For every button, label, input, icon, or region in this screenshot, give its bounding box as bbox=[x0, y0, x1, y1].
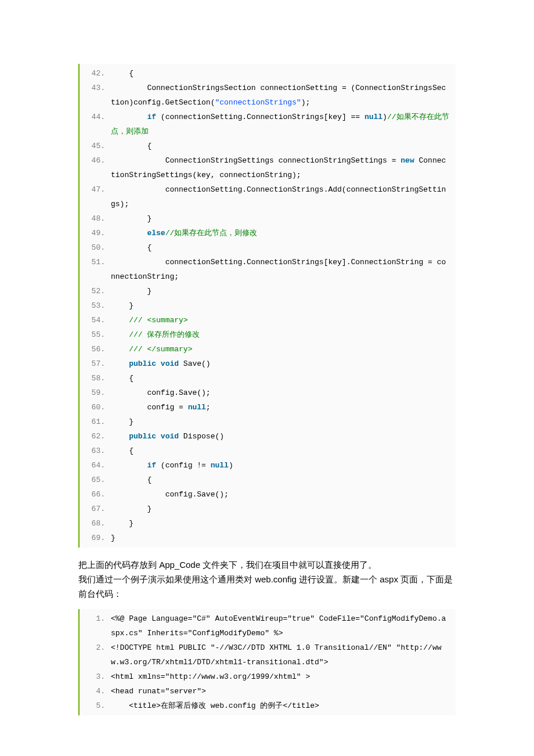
code-line: 64. if (config != null) bbox=[80, 458, 456, 473]
code-line: 43. ConnectionStringsSection connectionS… bbox=[80, 81, 456, 110]
line-number: 55. bbox=[80, 327, 111, 342]
code-content: { bbox=[111, 444, 456, 458]
code-line: 67. } bbox=[80, 502, 456, 516]
code-content: public void Save() bbox=[111, 357, 456, 371]
paragraph-line-2: 我们通过一个例子演示如果使用这个通用类对 web.config 进行设置。新建一… bbox=[78, 574, 453, 599]
code-content: config.Save(); bbox=[111, 487, 456, 502]
code-content: } bbox=[111, 415, 456, 429]
line-number: 46. bbox=[80, 153, 111, 168]
line-number: 52. bbox=[80, 284, 111, 298]
line-number: 67. bbox=[80, 502, 111, 516]
code-line: 57. public void Save() bbox=[80, 357, 456, 371]
code-line: 47. connectionSetting.ConnectionStrings.… bbox=[80, 182, 456, 211]
code-content: <html xmlns="http://www.w3.org/1999/xhtm… bbox=[111, 669, 456, 684]
code-content: connectionSetting.ConnectionStrings[key]… bbox=[111, 255, 456, 284]
code-line: 5. <title>在部署后修改 web.config 的例子</title> bbox=[80, 699, 456, 713]
code-line: 49. else//如果存在此节点，则修改 bbox=[80, 226, 456, 240]
code-line: 56. /// </summary> bbox=[80, 342, 456, 357]
code-line: 3.<html xmlns="http://www.w3.org/1999/xh… bbox=[80, 669, 456, 684]
code-line: 65. { bbox=[80, 473, 456, 487]
code-content: { bbox=[111, 139, 456, 153]
line-number: 53. bbox=[80, 298, 111, 313]
code-line: 62. public void Dispose() bbox=[80, 429, 456, 444]
code-line: 61. } bbox=[80, 415, 456, 429]
code-line: 58. { bbox=[80, 371, 456, 386]
line-number: 63. bbox=[80, 444, 111, 458]
code-line: 50. { bbox=[80, 240, 456, 255]
line-number: 60. bbox=[80, 400, 111, 415]
code-line: 53. } bbox=[80, 298, 456, 313]
code-content: <head runat="server"> bbox=[111, 684, 456, 699]
code-content: { bbox=[111, 371, 456, 386]
code-line: 45. { bbox=[80, 139, 456, 153]
code-line: 4.<head runat="server"> bbox=[80, 684, 456, 699]
line-number: 61. bbox=[80, 415, 111, 429]
code-list-2: 1.<%@ Page Language="C#" AutoEventWireup… bbox=[80, 611, 456, 713]
code-content: /// </summary> bbox=[111, 342, 456, 357]
code-content: <%@ Page Language="C#" AutoEventWireup="… bbox=[111, 611, 456, 640]
code-block-2: 1.<%@ Page Language="C#" AutoEventWireup… bbox=[78, 609, 456, 715]
code-content: { bbox=[111, 240, 456, 255]
line-number: 3. bbox=[80, 669, 111, 684]
line-number: 57. bbox=[80, 357, 111, 371]
code-line: 60. config = null; bbox=[80, 400, 456, 415]
line-number: 59. bbox=[80, 386, 111, 400]
code-line: 44. if (connectionSetting.ConnectionStri… bbox=[80, 110, 456, 139]
code-content: connectionSetting.ConnectionStrings.Add(… bbox=[111, 182, 456, 211]
code-content: ConnectionStringSettings connectionStrin… bbox=[111, 153, 456, 182]
code-content: /// 保存所作的修改 bbox=[111, 327, 456, 342]
code-block-1: 42. {43. ConnectionStringsSection connec… bbox=[78, 64, 456, 548]
code-content: if (connectionSetting.ConnectionStrings[… bbox=[111, 110, 456, 139]
code-line: 42. { bbox=[80, 66, 456, 81]
line-number: 2. bbox=[80, 640, 111, 655]
line-number: 48. bbox=[80, 211, 111, 226]
code-line: 69.} bbox=[80, 531, 456, 545]
code-line: 54. /// <summary> bbox=[80, 313, 456, 327]
paragraph-line-1: 把上面的代码存放到 App_Code 文件夹下，我们在项目中就可以直接使用了。 bbox=[78, 560, 377, 570]
document-page: 42. {43. ConnectionStringsSection connec… bbox=[0, 0, 534, 756]
line-number: 1. bbox=[80, 611, 111, 626]
line-number: 42. bbox=[80, 66, 111, 81]
line-number: 58. bbox=[80, 371, 111, 386]
code-line: 59. config.Save(); bbox=[80, 386, 456, 400]
code-line: 51. connectionSetting.ConnectionStrings[… bbox=[80, 255, 456, 284]
line-number: 5. bbox=[80, 699, 111, 713]
code-content: } bbox=[111, 516, 456, 531]
line-number: 62. bbox=[80, 429, 111, 444]
line-number: 50. bbox=[80, 240, 111, 255]
code-line: 55. /// 保存所作的修改 bbox=[80, 327, 456, 342]
code-line: 1.<%@ Page Language="C#" AutoEventWireup… bbox=[80, 611, 456, 640]
code-line: 68. } bbox=[80, 516, 456, 531]
code-content: } bbox=[111, 531, 456, 545]
code-line: 48. } bbox=[80, 211, 456, 226]
code-line: 2.<!DOCTYPE html PUBLIC "-//W3C//DTD XHT… bbox=[80, 640, 456, 669]
line-number: 47. bbox=[80, 182, 111, 197]
code-content: } bbox=[111, 211, 456, 226]
line-number: 49. bbox=[80, 226, 111, 240]
code-content: <!DOCTYPE html PUBLIC "-//W3C//DTD XHTML… bbox=[111, 640, 456, 669]
code-content: config.Save(); bbox=[111, 386, 456, 400]
line-number: 45. bbox=[80, 139, 111, 153]
code-content: <title>在部署后修改 web.config 的例子</title> bbox=[111, 699, 456, 713]
code-content: config = null; bbox=[111, 400, 456, 415]
line-number: 66. bbox=[80, 487, 111, 502]
line-number: 64. bbox=[80, 458, 111, 473]
code-content: /// <summary> bbox=[111, 313, 456, 327]
code-list-1: 42. {43. ConnectionStringsSection connec… bbox=[80, 66, 456, 545]
code-line: 63. { bbox=[80, 444, 456, 458]
line-number: 68. bbox=[80, 516, 111, 531]
code-content: { bbox=[111, 66, 456, 81]
code-content: public void Dispose() bbox=[111, 429, 456, 444]
line-number: 4. bbox=[80, 684, 111, 699]
line-number: 56. bbox=[80, 342, 111, 357]
code-content: { bbox=[111, 473, 456, 487]
code-content: else//如果存在此节点，则修改 bbox=[111, 226, 456, 240]
code-line: 66. config.Save(); bbox=[80, 487, 456, 502]
body-paragraph: 把上面的代码存放到 App_Code 文件夹下，我们在项目中就可以直接使用了。 … bbox=[78, 558, 456, 601]
code-line: 52. } bbox=[80, 284, 456, 298]
code-content: } bbox=[111, 298, 456, 313]
line-number: 54. bbox=[80, 313, 111, 327]
code-content: if (config != null) bbox=[111, 458, 456, 473]
code-content: ConnectionStringsSection connectionSetti… bbox=[111, 81, 456, 110]
code-content: } bbox=[111, 284, 456, 298]
